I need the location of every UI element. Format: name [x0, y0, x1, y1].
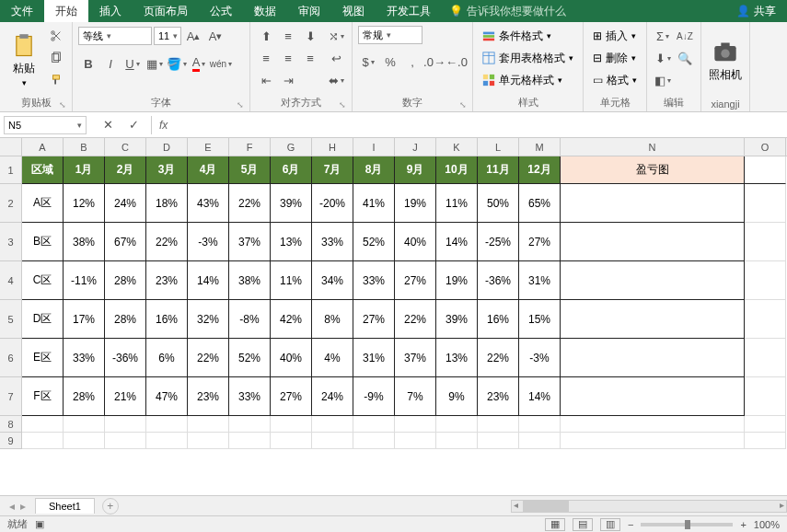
col-header-E[interactable]: E — [188, 138, 229, 156]
cell[interactable]: 42% — [271, 300, 312, 339]
cell[interactable]: 27% — [353, 300, 395, 339]
cell[interactable]: 23% — [478, 377, 519, 416]
accounting-format-button[interactable]: $ — [358, 52, 378, 72]
decrease-indent-button[interactable]: ⇤ — [256, 70, 276, 90]
cell[interactable]: 23% — [188, 377, 229, 416]
cell[interactable]: F区 — [22, 377, 64, 416]
cell[interactable]: 21% — [105, 377, 146, 416]
camera-button[interactable]: 照相机 — [707, 26, 744, 97]
cell[interactable]: E区 — [22, 339, 64, 377]
cell[interactable]: 11% — [271, 261, 312, 300]
row-header-2[interactable]: 2 — [0, 184, 22, 223]
format-cells-button[interactable]: ▭格式▾ — [589, 70, 641, 90]
cell[interactable]: 28% — [64, 377, 105, 416]
cell[interactable] — [561, 184, 745, 223]
col-header-I[interactable]: I — [353, 138, 395, 156]
autosum-button[interactable]: Σ — [653, 26, 673, 46]
cell[interactable] — [561, 223, 745, 261]
cell[interactable]: 10月 — [436, 156, 478, 184]
cell[interactable]: 22% — [229, 184, 271, 223]
cell[interactable]: 27% — [519, 223, 561, 261]
cell[interactable]: 14% — [436, 223, 478, 261]
cell[interactable] — [229, 433, 271, 449]
align-top-button[interactable]: ⬆ — [256, 26, 276, 46]
cell[interactable]: 65% — [519, 184, 561, 223]
percent-format-button[interactable]: % — [380, 52, 400, 72]
cell[interactable] — [271, 433, 312, 449]
col-header-J[interactable]: J — [395, 138, 436, 156]
cell[interactable]: 39% — [436, 300, 478, 339]
decrease-decimal-button[interactable]: ←.0 — [446, 52, 467, 72]
row-header-6[interactable]: 6 — [0, 339, 22, 377]
menu-tab-1[interactable]: 开始 — [44, 0, 88, 22]
cell[interactable] — [353, 416, 395, 433]
menu-tab-4[interactable]: 公式 — [199, 0, 243, 22]
dialog-launcher-icon[interactable]: ⤡ — [237, 100, 244, 110]
align-center-button[interactable]: ≡ — [278, 48, 298, 68]
underline-button[interactable]: U — [122, 53, 143, 74]
cell[interactable]: 8月 — [353, 156, 395, 184]
decrease-font-button[interactable]: A▾ — [205, 26, 226, 46]
fill-color-button[interactable]: 🪣 — [167, 53, 187, 74]
align-bottom-button[interactable]: ⬇ — [300, 26, 320, 46]
clear-button[interactable]: ◧ — [653, 70, 673, 90]
col-header-B[interactable]: B — [64, 138, 105, 156]
fill-button[interactable]: ⬇ — [653, 48, 673, 68]
cell[interactable]: A区 — [22, 184, 64, 223]
number-format-combo[interactable]: 常规▾ — [358, 26, 422, 44]
cell[interactable] — [353, 433, 395, 449]
cell[interactable]: 16% — [146, 300, 188, 339]
cell[interactable]: 24% — [312, 377, 353, 416]
cell[interactable]: 12% — [64, 184, 105, 223]
cell[interactable]: 22% — [146, 223, 188, 261]
cell[interactable] — [745, 339, 786, 377]
cell[interactable] — [519, 416, 561, 433]
cell[interactable] — [395, 416, 436, 433]
cell[interactable]: 7月 — [312, 156, 353, 184]
dialog-launcher-icon[interactable]: ⤡ — [339, 100, 346, 110]
cell[interactable] — [188, 433, 229, 449]
cell[interactable]: 39% — [271, 184, 312, 223]
phonetic-button[interactable]: wén — [211, 53, 231, 74]
copy-button[interactable] — [46, 48, 66, 68]
row-header-8[interactable]: 8 — [0, 416, 22, 433]
merge-button[interactable]: ⬌ — [326, 70, 346, 90]
cell[interactable]: 区域 — [22, 156, 64, 184]
col-header-L[interactable]: L — [478, 138, 519, 156]
cell[interactable]: 7% — [395, 377, 436, 416]
cell[interactable]: 14% — [188, 261, 229, 300]
menu-tab-5[interactable]: 数据 — [243, 0, 287, 22]
cell[interactable] — [436, 416, 478, 433]
add-sheet-button[interactable]: + — [102, 498, 119, 515]
comma-format-button[interactable]: , — [402, 52, 422, 72]
cell[interactable]: -9% — [353, 377, 395, 416]
italic-button[interactable]: I — [100, 53, 121, 74]
cell[interactable] — [745, 300, 786, 339]
cell[interactable] — [105, 416, 146, 433]
cell[interactable]: 52% — [353, 223, 395, 261]
cell[interactable]: -3% — [188, 223, 229, 261]
font-name-combo[interactable]: 等线▾ — [78, 27, 152, 45]
row-header-3[interactable]: 3 — [0, 223, 22, 261]
cell[interactable] — [478, 416, 519, 433]
align-right-button[interactable]: ≡ — [300, 48, 320, 68]
cell[interactable]: 1月 — [64, 156, 105, 184]
cell[interactable]: 12月 — [519, 156, 561, 184]
cell[interactable] — [561, 416, 745, 433]
col-header-D[interactable]: D — [146, 138, 188, 156]
cell[interactable]: -25% — [478, 223, 519, 261]
cell[interactable]: 33% — [229, 377, 271, 416]
cell[interactable] — [745, 377, 786, 416]
page-break-view-button[interactable]: ▥ — [600, 518, 620, 531]
cell[interactable]: 41% — [353, 184, 395, 223]
cell[interactable]: 11月 — [478, 156, 519, 184]
increase-decimal-button[interactable]: .0→ — [424, 52, 445, 72]
cell[interactable]: C区 — [22, 261, 64, 300]
cell[interactable]: 43% — [188, 184, 229, 223]
conditional-format-button[interactable]: 条件格式▾ — [479, 26, 577, 46]
cell[interactable]: 31% — [519, 261, 561, 300]
bold-button[interactable]: B — [78, 53, 98, 74]
horizontal-scrollbar[interactable]: ◂ ▸ — [511, 500, 787, 513]
format-as-table-button[interactable]: 套用表格格式▾ — [479, 48, 577, 68]
menu-tab-0[interactable]: 文件 — [0, 0, 44, 22]
